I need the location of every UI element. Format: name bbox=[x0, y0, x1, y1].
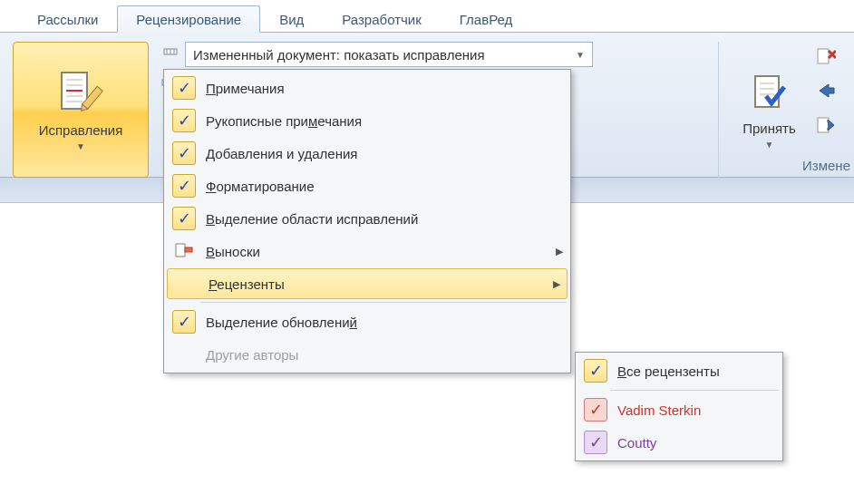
submenu-item-label: Coutty bbox=[617, 435, 775, 451]
tracking-small-icons bbox=[161, 42, 180, 60]
menu-item-label: Добавления и удаления bbox=[206, 146, 563, 161]
reviewers-submenu: ✓ Все рецензенты ✓ Vadim Sterkin ✓ Coutt… bbox=[575, 352, 783, 461]
tab-mailings[interactable]: Рассылки bbox=[18, 5, 117, 32]
checkmark-icon: ✓ bbox=[172, 310, 196, 334]
ribbon-tabs: Рассылки Рецензирование Вид Разработчик … bbox=[0, 0, 854, 33]
show-markup-menu: ✓ Примечания ✓ Рукописные примечания ✓ Д… bbox=[163, 69, 571, 373]
display-for-review-value: Измененный документ: показать исправлени… bbox=[193, 47, 485, 63]
checkmark-icon: ✓ bbox=[584, 359, 607, 383]
checkmark-icon: ✓ bbox=[172, 174, 196, 198]
checkmark-icon: ✓ bbox=[172, 109, 196, 132]
checkmark-icon: ✓ bbox=[172, 141, 196, 165]
checkmark-icon: ✓ bbox=[172, 76, 196, 100]
accept-label: Принять bbox=[742, 121, 796, 136]
group-label-changes: Измене bbox=[802, 158, 850, 173]
svg-rect-27 bbox=[818, 118, 829, 132]
submenu-arrow-icon: ▶ bbox=[553, 278, 560, 290]
menu-item-comments[interactable]: ✓ Примечания bbox=[164, 72, 570, 104]
submenu-arrow-icon: ▶ bbox=[556, 246, 563, 257]
menu-item-label: Форматирование bbox=[206, 179, 563, 194]
tab-glavred[interactable]: ГлавРед bbox=[441, 5, 531, 32]
menu-item-label: Выноски bbox=[206, 244, 547, 259]
menu-separator bbox=[610, 390, 779, 391]
menu-item-label: Рецензенты bbox=[209, 276, 544, 292]
menu-item-other-authors: Другие авторы bbox=[164, 338, 570, 371]
checkmark-icon: ✓ bbox=[584, 398, 607, 422]
menu-item-highlight-updates[interactable]: ✓ Выделение обновлений bbox=[164, 305, 570, 338]
menu-item-formatting[interactable]: ✓ Форматирование bbox=[164, 170, 570, 202]
submenu-item-label: Все рецензенты bbox=[617, 363, 775, 379]
submenu-item-all-reviewers[interactable]: ✓ Все рецензенты bbox=[576, 354, 782, 387]
menu-item-label: Выделение области исправлений bbox=[206, 211, 563, 227]
changes-right-column bbox=[816, 42, 854, 136]
next-change-icon[interactable] bbox=[816, 114, 854, 136]
svg-rect-20 bbox=[755, 76, 779, 107]
menu-item-label: Другие авторы bbox=[206, 347, 563, 363]
submenu-item-reviewer-2[interactable]: ✓ Coutty bbox=[576, 426, 782, 459]
tab-review[interactable]: Рецензирование bbox=[117, 5, 260, 33]
tab-view[interactable]: Вид bbox=[260, 5, 323, 32]
track-changes-button[interactable]: Исправления ▼ bbox=[13, 42, 149, 178]
display-for-review-row: Измененный документ: показать исправлени… bbox=[185, 42, 593, 67]
balloon-icon bbox=[172, 239, 196, 263]
accept-button[interactable]: Принять ▼ bbox=[718, 42, 809, 178]
accept-icon bbox=[748, 71, 791, 117]
submenu-item-reviewer-1[interactable]: ✓ Vadim Sterkin bbox=[576, 393, 782, 426]
menu-item-markup-area-highlight[interactable]: ✓ Выделение области исправлений bbox=[164, 202, 570, 235]
svg-rect-24 bbox=[818, 49, 829, 63]
menu-item-insertions-deletions[interactable]: ✓ Добавления и удаления bbox=[164, 137, 570, 170]
svg-rect-28 bbox=[176, 244, 185, 257]
menu-item-ink[interactable]: ✓ Рукописные примечания bbox=[164, 104, 570, 137]
menu-item-balloons[interactable]: Выноски ▶ bbox=[164, 235, 570, 267]
menu-item-label: Примечания bbox=[206, 81, 563, 96]
chevron-down-icon: ▼ bbox=[765, 140, 774, 150]
ruler-icon[interactable] bbox=[161, 42, 180, 60]
menu-item-label: Рукописные примечания bbox=[206, 113, 563, 129]
svg-rect-29 bbox=[185, 247, 192, 252]
reject-icon[interactable] bbox=[816, 45, 854, 67]
checkmark-icon: ✓ bbox=[172, 207, 196, 230]
chevron-down-icon: ▼ bbox=[576, 50, 585, 60]
document-pencil-icon bbox=[53, 68, 108, 119]
tab-developer[interactable]: Разработчик bbox=[323, 5, 440, 32]
submenu-item-label: Vadim Sterkin bbox=[617, 402, 775, 418]
display-for-review-combo[interactable]: Измененный документ: показать исправлени… bbox=[185, 42, 593, 67]
menu-item-label: Выделение обновлений bbox=[206, 315, 563, 330]
previous-change-icon[interactable] bbox=[816, 80, 854, 102]
checkmark-icon: ✓ bbox=[584, 431, 607, 454]
chevron-down-icon: ▼ bbox=[76, 141, 85, 151]
track-changes-label: Исправления bbox=[39, 122, 123, 138]
menu-separator bbox=[200, 302, 567, 303]
menu-item-reviewers[interactable]: Рецензенты ▶ bbox=[167, 268, 568, 299]
